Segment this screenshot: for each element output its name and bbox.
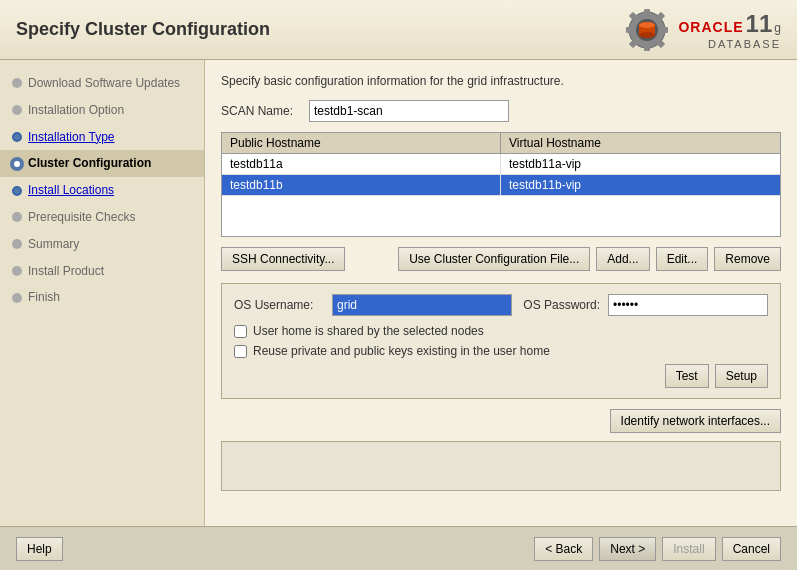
oracle-version-text: 11 [746, 10, 773, 38]
sidebar-dot [12, 105, 22, 115]
sidebar-item-installation-type[interactable]: Installation Type [0, 124, 204, 151]
sidebar-item-finish: Finish [0, 284, 204, 311]
col-virtual-hostname: Virtual Hostname [501, 133, 780, 153]
ssh-section: OS Username: OS Password: User home is s… [221, 283, 781, 399]
network-interfaces-section: Identify network interfaces... [221, 409, 781, 433]
sidebar-dot [12, 212, 22, 222]
content-description: Specify basic configuration information … [221, 74, 781, 88]
sidebar-dot [12, 78, 22, 88]
next-button[interactable]: Next > [599, 537, 656, 561]
install-button[interactable]: Install [662, 537, 715, 561]
svg-rect-5 [626, 27, 633, 33]
setup-button[interactable]: Setup [715, 364, 768, 388]
page-title: Specify Cluster Configuration [16, 19, 270, 40]
sidebar: Download Software Updates Installation O… [0, 60, 205, 526]
svg-point-14 [639, 22, 655, 28]
table-empty-rows [222, 196, 780, 236]
sidebar-dot [12, 239, 22, 249]
sidebar-dot [12, 266, 22, 276]
cell-virtual: testdb11a-vip [501, 154, 780, 174]
svg-rect-4 [644, 44, 650, 51]
help-button[interactable]: Help [16, 537, 63, 561]
cell-public: testdb11a [222, 154, 501, 174]
cell-virtual: testdb11b-vip [501, 175, 780, 195]
svg-rect-3 [644, 9, 650, 16]
reuse-keys-checkbox[interactable] [234, 345, 247, 358]
main-container: Download Software Updates Installation O… [0, 60, 797, 526]
oracle-sup-text: g [774, 21, 781, 35]
svg-point-13 [639, 32, 655, 38]
ssh-connectivity-button[interactable]: SSH Connectivity... [221, 247, 345, 271]
os-credentials-row: OS Username: OS Password: [234, 294, 768, 316]
footer-right-buttons: < Back Next > Install Cancel [534, 537, 781, 561]
content-area: Specify basic configuration information … [205, 60, 797, 526]
sidebar-item-cluster-configuration[interactable]: Cluster Configuration [0, 150, 204, 177]
sidebar-dot [12, 159, 22, 169]
cluster-buttons-row: SSH Connectivity... Use Cluster Configur… [221, 247, 781, 271]
shared-home-label: User home is shared by the selected node… [253, 324, 484, 338]
sidebar-item-installation-option: Installation Option [0, 97, 204, 124]
info-area [221, 441, 781, 491]
sidebar-item-install-product: Install Product [0, 258, 204, 285]
gear-icon [622, 5, 672, 55]
os-password-input[interactable] [608, 294, 768, 316]
shared-home-checkbox-row: User home is shared by the selected node… [234, 324, 768, 338]
shared-home-checkbox[interactable] [234, 325, 247, 338]
sidebar-item-summary: Summary [0, 231, 204, 258]
edit-button[interactable]: Edit... [656, 247, 709, 271]
cell-public: testdb11b [222, 175, 501, 195]
scan-name-input[interactable] [309, 100, 509, 122]
os-username-input[interactable] [332, 294, 512, 316]
remove-button[interactable]: Remove [714, 247, 781, 271]
sidebar-item-install-locations[interactable]: Install Locations [0, 177, 204, 204]
os-username-label: OS Username: [234, 298, 324, 312]
host-table-header: Public Hostname Virtual Hostname [222, 133, 780, 154]
use-cluster-config-button[interactable]: Use Cluster Configuration File... [398, 247, 590, 271]
oracle-logo: ORACLE 11 g DATABASE [622, 5, 781, 55]
reuse-keys-label: Reuse private and public keys existing i… [253, 344, 550, 358]
oracle-db-text: DATABASE [678, 38, 781, 50]
sidebar-dot [12, 132, 22, 142]
add-button[interactable]: Add... [596, 247, 649, 271]
scan-name-row: SCAN Name: [221, 100, 781, 122]
oracle-brand-text: ORACLE [678, 19, 743, 35]
back-button[interactable]: < Back [534, 537, 593, 561]
scan-name-label: SCAN Name: [221, 104, 301, 118]
table-row[interactable]: testdb11a testdb11a-vip [222, 154, 780, 175]
cancel-button[interactable]: Cancel [722, 537, 781, 561]
sidebar-item-download-software: Download Software Updates [0, 70, 204, 97]
test-button[interactable]: Test [665, 364, 709, 388]
footer: Help < Back Next > Install Cancel [0, 526, 797, 570]
table-row[interactable]: testdb11b testdb11b-vip [222, 175, 780, 196]
os-password-label: OS Password: [520, 298, 600, 312]
reuse-keys-checkbox-row: Reuse private and public keys existing i… [234, 344, 768, 358]
col-public-hostname: Public Hostname [222, 133, 501, 153]
header: Specify Cluster Configuration ORACLE 11 [0, 0, 797, 60]
host-table-body: testdb11a testdb11a-vip testdb11b testdb… [222, 154, 780, 236]
sidebar-item-prerequisite-checks: Prerequisite Checks [0, 204, 204, 231]
sidebar-dot [12, 293, 22, 303]
host-table-wrapper: Public Hostname Virtual Hostname testdb1… [221, 132, 781, 237]
identify-network-interfaces-button[interactable]: Identify network interfaces... [610, 409, 781, 433]
ssh-action-buttons: Test Setup [234, 364, 768, 388]
svg-rect-6 [661, 27, 668, 33]
sidebar-dot [12, 186, 22, 196]
